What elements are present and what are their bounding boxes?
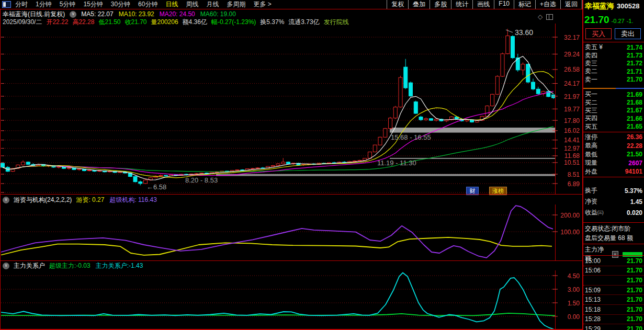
status-line: 交易状态:闭市阶 bbox=[585, 224, 644, 233]
stat-value: 1.45 bbox=[630, 198, 642, 206]
svg-text:10.51: 10.51 bbox=[564, 159, 580, 166]
chevron-down-icon[interactable]: ∨ bbox=[3, 263, 9, 269]
quote-row-买二[interactable]: 买二21.68 bbox=[585, 98, 642, 106]
indicator-value: 超级主力:-0.03 bbox=[49, 261, 91, 270]
tdx-terminal: 分时1分钟5分钟15分钟30分钟60分钟日线周线月线多周期更多 > 复权叠加多股… bbox=[0, 0, 644, 330]
quote-price[interactable]: 21.71 bbox=[627, 68, 642, 75]
menu-标记[interactable]: 标记 bbox=[514, 0, 535, 9]
svg-text:0.00: 0.00 bbox=[568, 313, 580, 321]
quote-price[interactable]: 21.74 bbox=[627, 44, 642, 51]
price-row: 21.70-0.27-1. bbox=[584, 14, 633, 26]
menu-复权[interactable]: 复权 bbox=[387, 0, 408, 9]
tools-menu: 复权叠加多股统计画线F10标记+自选返回 bbox=[387, 0, 582, 9]
tab-1分钟[interactable]: 1分钟 bbox=[36, 0, 52, 9]
menu-叠加[interactable]: 叠加 bbox=[408, 0, 430, 9]
trade-row: 15:0621.70 bbox=[583, 266, 644, 276]
status-line: 盘后交易量 68 额 bbox=[585, 234, 644, 243]
stat-value: 94101 bbox=[625, 168, 642, 175]
quote-row-卖四[interactable]: 卖四21.73 bbox=[585, 51, 642, 59]
sell-button[interactable]: 卖出 bbox=[615, 28, 641, 39]
panel-zhuli-chart[interactable]: 4.503.001.500.00 bbox=[1, 270, 582, 329]
quote-row-买四[interactable]: 买四21.66 bbox=[585, 115, 642, 122]
stat-value: 26.36 bbox=[627, 133, 642, 141]
divider bbox=[583, 244, 644, 244]
youzi-line bbox=[1, 237, 552, 255]
main-candlestick-chart[interactable]: 8.20 - 8.5315.68 - 16.5511.19 - 11.3033.… bbox=[1, 24, 582, 195]
stat-row-涨停: 涨停26.36 bbox=[585, 133, 642, 142]
quote-row-买一[interactable]: 买一21.69 bbox=[585, 90, 642, 98]
chart-header: 幸福蓝海(日线.前复权) ∨ MA5: 22.07MA10: 23.92MA20… bbox=[3, 10, 236, 18]
price-change-pct: -1. bbox=[627, 18, 634, 24]
buy-button[interactable]: 买入 bbox=[585, 28, 612, 39]
svg-text:200.00: 200.00 bbox=[560, 212, 580, 219]
diamond-icon[interactable]: ◇ bbox=[538, 13, 543, 20]
panel3-values: 超级主力:-0.03主力关系户:-1.43 bbox=[49, 261, 143, 270]
tab-周线[interactable]: 周线 bbox=[186, 0, 198, 9]
tab-分时[interactable]: 分时 bbox=[15, 0, 28, 9]
quote-price[interactable]: 21.72 bbox=[627, 60, 642, 67]
stat-row-最高: 最高22.28 bbox=[585, 142, 642, 151]
quote-row-卖二[interactable]: 卖二21.71 bbox=[585, 67, 642, 75]
tab-更多 >[interactable]: 更多 > bbox=[253, 0, 271, 9]
menu-画线[interactable]: 画线 bbox=[472, 0, 494, 9]
stat-label: 最高 bbox=[585, 141, 597, 150]
stat-label: 现量 bbox=[585, 158, 597, 167]
svg-text:17.80: 17.80 bbox=[564, 117, 580, 124]
quote-row-买三[interactable]: 买三21.67 bbox=[585, 107, 642, 115]
menu-divider bbox=[0, 9, 582, 9]
quote-row-卖五 ¥[interactable]: 卖五 ¥21.74 bbox=[585, 43, 642, 51]
tab-15分钟[interactable]: 15分钟 bbox=[83, 0, 103, 9]
chevron-down-icon[interactable]: ∨ bbox=[3, 197, 9, 203]
panel2-header: ∨ 游资与机构(24,2,2,2) 游资: 0.27超级机构: 116.43 bbox=[3, 196, 157, 204]
panel3-top-border bbox=[0, 260, 582, 261]
stat-row-最低: 最低21.50 bbox=[585, 150, 642, 159]
quote-price[interactable]: 21.69 bbox=[627, 91, 642, 98]
panel-youzi-jigou-chart[interactable]: 200.00100.00 bbox=[1, 204, 582, 260]
ma-value: MA20: 24.50 bbox=[160, 10, 195, 18]
svg-text:11.19 - 11.30: 11.19 - 11.30 bbox=[377, 159, 416, 167]
tab-多周期[interactable]: 多周期 bbox=[227, 0, 245, 9]
tab-月线[interactable]: 月线 bbox=[206, 0, 219, 9]
menu-统计[interactable]: 统计 bbox=[451, 0, 472, 9]
trade-price: 21.70 bbox=[627, 306, 642, 313]
trade-price: 21.70 bbox=[627, 257, 642, 265]
tab-30分钟[interactable]: 30分钟 bbox=[111, 0, 130, 9]
trade-time: 15:13 bbox=[585, 296, 601, 303]
chevron-down-icon[interactable]: ∨ bbox=[70, 11, 76, 18]
trade-row: 15:1821.70 bbox=[583, 304, 644, 314]
trade-row: 15:0921.70 bbox=[583, 285, 644, 295]
ma-value: MA10: 23.92 bbox=[119, 10, 154, 18]
quote-price[interactable]: 21.66 bbox=[627, 115, 642, 122]
trade-time: 15:29 bbox=[585, 325, 601, 330]
menu-返回[interactable]: 返回 bbox=[560, 0, 582, 9]
stat-label: 外盘 bbox=[585, 167, 597, 176]
quote-row-买五[interactable]: 买五21.65 bbox=[585, 123, 642, 131]
menu-F10[interactable]: F10 bbox=[494, 0, 514, 9]
divider bbox=[583, 255, 644, 256]
svg-text:3.00: 3.00 bbox=[568, 286, 580, 293]
divider bbox=[583, 177, 644, 177]
tab-60分钟[interactable]: 60分钟 bbox=[138, 0, 157, 9]
quote-price[interactable]: 21.70 bbox=[627, 76, 642, 83]
split-window-icon[interactable] bbox=[546, 14, 553, 20]
quote-row-卖一[interactable]: 卖一21.70 bbox=[585, 76, 642, 84]
quote-price[interactable]: 21.67 bbox=[627, 107, 642, 114]
quote-price[interactable]: 21.68 bbox=[627, 99, 642, 106]
quote-label: 买五 bbox=[585, 122, 597, 131]
trade-time: 15:00 bbox=[585, 257, 601, 265]
divider bbox=[583, 42, 644, 42]
quote-price[interactable]: 21.65 bbox=[627, 123, 642, 130]
stat-label: 最低 bbox=[585, 150, 597, 159]
price-change: -0.27 bbox=[612, 18, 625, 24]
menu-+自选[interactable]: +自选 bbox=[535, 0, 560, 9]
window-layout-icon[interactable] bbox=[2, 1, 11, 8]
quote-price[interactable]: 21.73 bbox=[627, 52, 642, 59]
quote-row-卖三[interactable]: 卖三21.72 bbox=[585, 60, 642, 67]
stat-value: 21.50 bbox=[627, 151, 642, 158]
trade-row: 15:2821.70 bbox=[583, 314, 644, 324]
menu-多股[interactable]: 多股 bbox=[430, 0, 451, 9]
tab-日线[interactable]: 日线 bbox=[165, 0, 178, 9]
stat-value: 2607 bbox=[628, 160, 642, 167]
tab-5分钟[interactable]: 5分钟 bbox=[60, 0, 76, 9]
svg-text:19.77: 19.77 bbox=[564, 106, 580, 113]
